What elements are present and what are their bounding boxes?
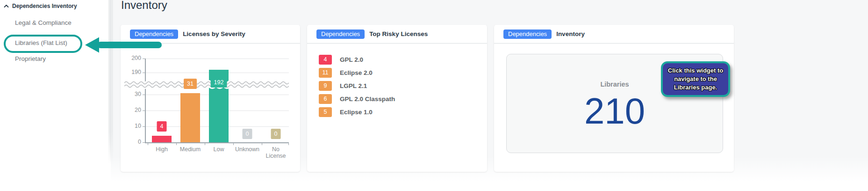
license-count-badge: 9 bbox=[319, 81, 332, 91]
x-axis bbox=[145, 142, 289, 143]
gridline bbox=[145, 59, 289, 59]
y-tick-label: 20 bbox=[123, 107, 141, 113]
sidebar-item-proprietary[interactable]: Proprietary bbox=[15, 55, 46, 62]
y-tick-label: 190 bbox=[123, 69, 141, 75]
bar-value-badge: 31 bbox=[184, 79, 197, 89]
dashboard-root: Dependencies Inventory Legal & Complianc… bbox=[0, 0, 868, 191]
card-inventory: Dependencies Inventory Libraries 210 Cli… bbox=[494, 25, 734, 172]
license-count-badge: 11 bbox=[319, 68, 332, 78]
license-count-badge: 5 bbox=[319, 107, 332, 117]
license-count-badge: 4 bbox=[319, 55, 332, 65]
bar-value-badge: 4 bbox=[157, 121, 167, 132]
risky-license-row[interactable]: 9LGPL 2.1 bbox=[319, 81, 367, 91]
x-category-label: Low bbox=[205, 146, 233, 153]
license-count-badge: 6 bbox=[319, 94, 332, 104]
bar-high[interactable] bbox=[152, 136, 172, 142]
license-name: LGPL 2.1 bbox=[340, 82, 367, 89]
card-title: Inventory bbox=[556, 30, 585, 37]
y-axis bbox=[145, 59, 146, 142]
license-name: GPL 2.0 Classpath bbox=[340, 96, 395, 103]
sidebar: Dependencies Inventory Legal & Complianc… bbox=[0, 0, 111, 164]
y-tick-label: 0 bbox=[123, 139, 141, 145]
card-header: Dependencies Top Risky Licenses bbox=[307, 25, 487, 44]
risky-license-row[interactable]: 4GPL 2.0 bbox=[319, 54, 363, 65]
sidebar-group-dependencies-inventory[interactable]: Dependencies Inventory bbox=[4, 3, 77, 9]
x-boundary-tick bbox=[148, 143, 148, 145]
bar-value-badge: 0 bbox=[271, 129, 281, 139]
page-title: Inventory bbox=[121, 0, 167, 12]
sidebar-scroll-track[interactable] bbox=[108, 0, 113, 164]
annotation-arrow-icon bbox=[84, 36, 164, 54]
risky-license-row[interactable]: 6GPL 2.0 Classpath bbox=[319, 94, 395, 104]
sidebar-item-legal-compliance[interactable]: Legal & Compliance bbox=[15, 19, 72, 26]
x-boundary-tick bbox=[176, 143, 177, 145]
risky-license-row[interactable]: 5Eclipse 1.0 bbox=[319, 107, 373, 117]
license-name: Eclipse 2.0 bbox=[340, 69, 373, 76]
axis-break-icon bbox=[124, 80, 289, 90]
risky-license-row[interactable]: 11Eclipse 2.0 bbox=[319, 67, 373, 78]
chevron-up-icon bbox=[4, 4, 9, 8]
annotation-tooltip: Click this widget to navigate to the Lib… bbox=[661, 61, 730, 97]
bar-value-badge: 0 bbox=[243, 129, 252, 139]
card-top-risky-licenses: Dependencies Top Risky Licenses 4GPL 2.0… bbox=[307, 25, 487, 172]
x-category-label: Medium bbox=[176, 146, 204, 153]
libraries-kpi-widget[interactable]: Libraries 210 Click this widget to navig… bbox=[506, 54, 723, 153]
bar-value-badge: 192 bbox=[211, 77, 227, 88]
license-name: Eclipse 1.0 bbox=[340, 109, 373, 116]
x-category-label: No License bbox=[262, 146, 290, 159]
card-title: Top Risky Licenses bbox=[369, 30, 428, 37]
x-boundary-tick bbox=[288, 143, 289, 145]
x-category-label: Unknown bbox=[233, 146, 261, 153]
card-title: Licenses by Severity bbox=[183, 30, 245, 37]
y-tick-label: 30 bbox=[123, 91, 141, 97]
card-header: Dependencies Inventory bbox=[494, 25, 734, 44]
dependencies-badge[interactable]: Dependencies bbox=[316, 29, 365, 39]
annotation-highlight-ellipse bbox=[4, 35, 82, 53]
dependencies-badge[interactable]: Dependencies bbox=[503, 29, 552, 39]
sidebar-group-label: Dependencies Inventory bbox=[12, 3, 77, 9]
x-category-label: High bbox=[148, 146, 176, 153]
y-tick-label: 10 bbox=[123, 123, 141, 129]
y-tick-label: 200 bbox=[123, 55, 141, 61]
x-boundary-tick bbox=[233, 143, 234, 145]
licenses-by-severity-chart[interactable]: 01020301902004High31Medium192Low0Unknown… bbox=[121, 44, 300, 172]
bar-medium[interactable] bbox=[180, 93, 200, 142]
sidebar-divider bbox=[110, 0, 111, 164]
license-name: GPL 2.0 bbox=[340, 56, 363, 63]
x-boundary-tick bbox=[262, 143, 262, 145]
x-boundary-tick bbox=[205, 143, 205, 145]
